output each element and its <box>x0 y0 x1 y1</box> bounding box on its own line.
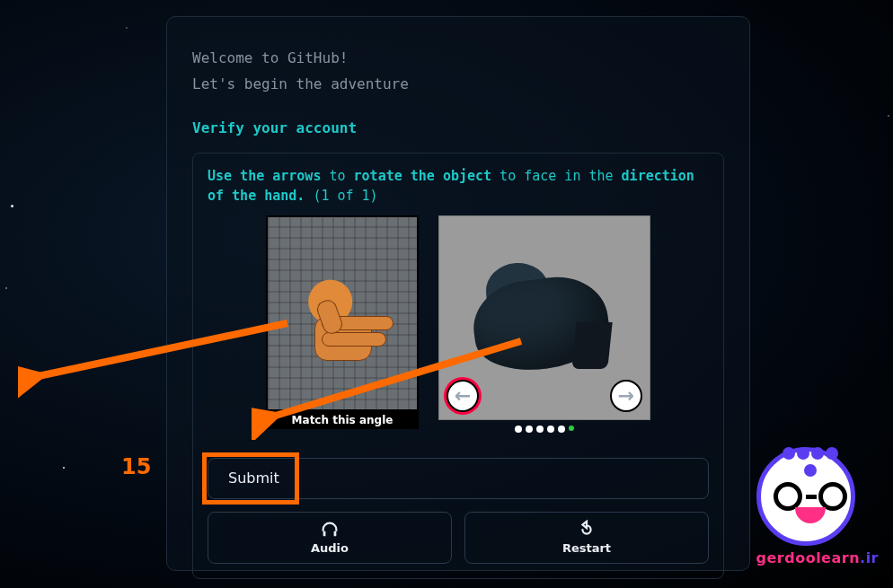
restart-icon <box>577 520 597 540</box>
reference-caption: Match this angle <box>266 411 419 429</box>
prompt-bold-1: Use the arrows <box>208 168 321 184</box>
brand-mascot <box>756 447 855 546</box>
captcha-prompt: Use the arrows to rotate the object to f… <box>208 166 709 206</box>
intro-line-2: Let's begin the adventure <box>192 72 724 98</box>
dot <box>526 426 533 433</box>
submit-button[interactable]: Submit <box>208 458 709 499</box>
intro-line-1: Welcome to GitHub! <box>192 46 724 72</box>
dot <box>558 426 565 433</box>
restart-button[interactable]: Restart <box>464 512 709 564</box>
brand-logo: gerdoolearn.ir <box>756 447 880 566</box>
arrow-right-icon: → <box>618 384 634 407</box>
audio-button[interactable]: Audio <box>208 512 452 564</box>
prompt-count: (1 of 1) <box>305 188 377 204</box>
prompt-bold-2: rotate the object <box>354 168 492 184</box>
arrow-left-icon: ← <box>455 384 471 407</box>
object-image-wrap: ← → <box>438 215 650 433</box>
reference-image <box>266 215 419 411</box>
restart-label: Restart <box>562 541 611 555</box>
captcha-box: Use the arrows to rotate the object to f… <box>192 153 724 579</box>
rotate-right-button[interactable]: → <box>610 380 642 412</box>
object-image: ← → <box>438 215 650 420</box>
reference-image-wrap: Match this angle <box>266 215 419 433</box>
progress-dots <box>515 426 574 433</box>
dot-active <box>569 426 574 431</box>
rotate-left-button[interactable]: ← <box>446 380 479 412</box>
audio-label: Audio <box>311 541 349 555</box>
dot <box>547 426 554 433</box>
signup-panel: Welcome to GitHub! Let's begin the adven… <box>166 16 750 571</box>
dot <box>536 426 544 433</box>
headphones-icon <box>320 520 340 540</box>
dot <box>515 426 522 433</box>
brand-text: gerdoolearn.ir <box>756 549 880 566</box>
annotation-step-number: 15 <box>121 454 151 479</box>
verify-heading: Verify your account <box>192 119 724 136</box>
